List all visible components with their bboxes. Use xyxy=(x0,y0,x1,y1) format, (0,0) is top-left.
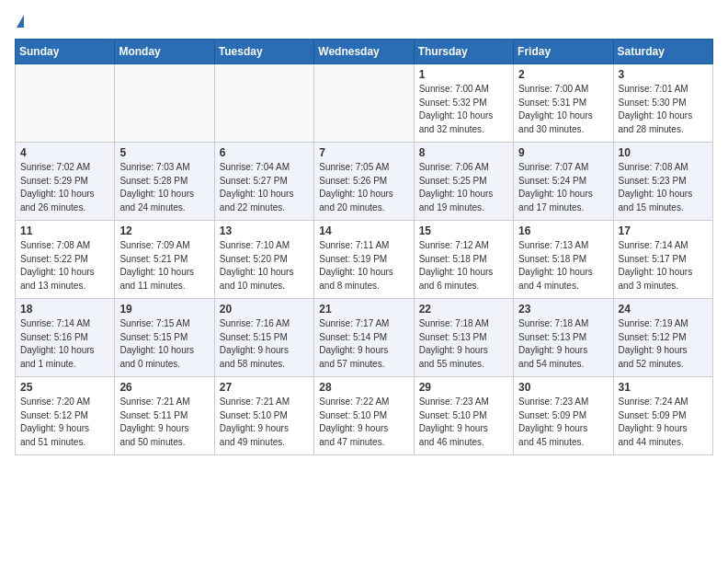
day-info: Sunrise: 7:23 AM Sunset: 5:09 PM Dayligh… xyxy=(518,396,608,449)
calendar-cell: 6Sunrise: 7:04 AM Sunset: 5:27 PM Daylig… xyxy=(214,143,313,221)
calendar-cell: 14Sunrise: 7:11 AM Sunset: 5:19 PM Dayli… xyxy=(314,221,414,299)
day-number: 27 xyxy=(220,381,309,394)
page-container: SundayMondayTuesdayWednesdayThursdayFrid… xyxy=(0,0,728,465)
day-number: 28 xyxy=(319,381,408,394)
logo-triangle-icon xyxy=(17,15,24,28)
day-number: 26 xyxy=(119,381,209,394)
day-number: 17 xyxy=(619,224,708,237)
calendar-week-row: 11Sunrise: 7:08 AM Sunset: 5:22 PM Dayli… xyxy=(16,221,713,299)
day-info: Sunrise: 7:16 AM Sunset: 5:15 PM Dayligh… xyxy=(220,317,309,371)
day-number: 5 xyxy=(119,146,209,159)
calendar-cell: 5Sunrise: 7:03 AM Sunset: 5:28 PM Daylig… xyxy=(115,143,214,221)
day-number: 9 xyxy=(518,146,608,159)
day-info: Sunrise: 7:08 AM Sunset: 5:22 PM Dayligh… xyxy=(20,239,109,293)
calendar-cell: 20Sunrise: 7:16 AM Sunset: 5:15 PM Dayli… xyxy=(214,299,313,377)
day-number: 10 xyxy=(619,146,708,159)
calendar-week-row: 1Sunrise: 7:00 AM Sunset: 5:32 PM Daylig… xyxy=(16,64,713,143)
day-number: 29 xyxy=(419,381,508,394)
day-info: Sunrise: 7:03 AM Sunset: 5:28 PM Dayligh… xyxy=(119,161,209,214)
day-info: Sunrise: 7:24 AM Sunset: 5:09 PM Dayligh… xyxy=(619,396,708,449)
calendar-cell: 16Sunrise: 7:13 AM Sunset: 5:18 PM Dayli… xyxy=(514,221,613,299)
calendar-cell: 25Sunrise: 7:20 AM Sunset: 5:12 PM Dayli… xyxy=(16,377,115,455)
day-number: 18 xyxy=(20,303,109,316)
day-number: 31 xyxy=(619,381,708,394)
day-info: Sunrise: 7:00 AM Sunset: 5:31 PM Dayligh… xyxy=(518,83,608,136)
day-number: 3 xyxy=(619,68,708,81)
calendar-cell: 26Sunrise: 7:21 AM Sunset: 5:11 PM Dayli… xyxy=(115,377,214,455)
calendar-cell: 28Sunrise: 7:22 AM Sunset: 5:10 PM Dayli… xyxy=(314,377,414,455)
day-info: Sunrise: 7:07 AM Sunset: 5:24 PM Dayligh… xyxy=(518,161,608,214)
day-info: Sunrise: 7:13 AM Sunset: 5:18 PM Dayligh… xyxy=(518,239,608,293)
calendar-cell: 12Sunrise: 7:09 AM Sunset: 5:21 PM Dayli… xyxy=(115,221,214,299)
header-cell-monday: Monday xyxy=(115,40,214,64)
header xyxy=(15,15,713,29)
day-info: Sunrise: 7:09 AM Sunset: 5:21 PM Dayligh… xyxy=(119,239,209,293)
calendar-cell xyxy=(115,64,214,143)
calendar-cell: 4Sunrise: 7:02 AM Sunset: 5:29 PM Daylig… xyxy=(16,143,115,221)
calendar-week-row: 25Sunrise: 7:20 AM Sunset: 5:12 PM Dayli… xyxy=(16,377,713,455)
calendar-cell: 27Sunrise: 7:21 AM Sunset: 5:10 PM Dayli… xyxy=(214,377,313,455)
day-number: 30 xyxy=(518,381,608,394)
day-info: Sunrise: 7:04 AM Sunset: 5:27 PM Dayligh… xyxy=(220,161,309,214)
day-info: Sunrise: 7:20 AM Sunset: 5:12 PM Dayligh… xyxy=(20,396,109,449)
calendar-cell: 15Sunrise: 7:12 AM Sunset: 5:18 PM Dayli… xyxy=(414,221,513,299)
day-info: Sunrise: 7:14 AM Sunset: 5:17 PM Dayligh… xyxy=(619,239,708,293)
calendar-cell: 23Sunrise: 7:18 AM Sunset: 5:13 PM Dayli… xyxy=(514,299,613,377)
header-cell-saturday: Saturday xyxy=(613,40,712,64)
day-number: 7 xyxy=(319,146,408,159)
day-number: 25 xyxy=(20,381,109,394)
day-number: 15 xyxy=(419,224,508,237)
calendar-cell xyxy=(314,64,414,143)
header-cell-sunday: Sunday xyxy=(16,40,115,64)
header-cell-tuesday: Tuesday xyxy=(214,40,313,64)
calendar-cell: 17Sunrise: 7:14 AM Sunset: 5:17 PM Dayli… xyxy=(613,221,712,299)
day-number: 8 xyxy=(419,146,508,159)
day-info: Sunrise: 7:17 AM Sunset: 5:14 PM Dayligh… xyxy=(319,317,408,371)
calendar-cell: 18Sunrise: 7:14 AM Sunset: 5:16 PM Dayli… xyxy=(16,299,115,377)
day-number: 22 xyxy=(419,303,508,316)
header-cell-friday: Friday xyxy=(514,40,613,64)
day-number: 20 xyxy=(220,303,309,316)
calendar-cell: 3Sunrise: 7:01 AM Sunset: 5:30 PM Daylig… xyxy=(613,64,712,143)
day-number: 11 xyxy=(20,224,109,237)
calendar-week-row: 4Sunrise: 7:02 AM Sunset: 5:29 PM Daylig… xyxy=(16,143,713,221)
day-info: Sunrise: 7:15 AM Sunset: 5:15 PM Dayligh… xyxy=(119,317,209,371)
day-info: Sunrise: 7:10 AM Sunset: 5:20 PM Dayligh… xyxy=(220,239,309,293)
day-info: Sunrise: 7:00 AM Sunset: 5:32 PM Dayligh… xyxy=(419,83,508,136)
day-number: 6 xyxy=(220,146,309,159)
day-number: 2 xyxy=(518,68,608,81)
day-info: Sunrise: 7:14 AM Sunset: 5:16 PM Dayligh… xyxy=(20,317,109,371)
day-info: Sunrise: 7:11 AM Sunset: 5:19 PM Dayligh… xyxy=(319,239,408,293)
day-number: 19 xyxy=(119,303,209,316)
header-cell-thursday: Thursday xyxy=(414,40,513,64)
calendar-cell: 31Sunrise: 7:24 AM Sunset: 5:09 PM Dayli… xyxy=(613,377,712,455)
logo xyxy=(15,15,24,29)
calendar-cell: 11Sunrise: 7:08 AM Sunset: 5:22 PM Dayli… xyxy=(16,221,115,299)
calendar-cell: 29Sunrise: 7:23 AM Sunset: 5:10 PM Dayli… xyxy=(414,377,513,455)
calendar-cell: 9Sunrise: 7:07 AM Sunset: 5:24 PM Daylig… xyxy=(514,143,613,221)
day-number: 14 xyxy=(319,224,408,237)
calendar-cell: 22Sunrise: 7:18 AM Sunset: 5:13 PM Dayli… xyxy=(414,299,513,377)
day-info: Sunrise: 7:06 AM Sunset: 5:25 PM Dayligh… xyxy=(419,161,508,214)
calendar-cell: 1Sunrise: 7:00 AM Sunset: 5:32 PM Daylig… xyxy=(414,64,513,143)
calendar-table: SundayMondayTuesdayWednesdayThursdayFrid… xyxy=(15,39,713,455)
day-info: Sunrise: 7:21 AM Sunset: 5:11 PM Dayligh… xyxy=(119,396,209,449)
calendar-cell: 24Sunrise: 7:19 AM Sunset: 5:12 PM Dayli… xyxy=(613,299,712,377)
day-info: Sunrise: 7:18 AM Sunset: 5:13 PM Dayligh… xyxy=(518,317,608,371)
day-info: Sunrise: 7:22 AM Sunset: 5:10 PM Dayligh… xyxy=(319,396,408,449)
calendar-cell: 21Sunrise: 7:17 AM Sunset: 5:14 PM Dayli… xyxy=(314,299,414,377)
day-number: 4 xyxy=(20,146,109,159)
header-row: SundayMondayTuesdayWednesdayThursdayFrid… xyxy=(16,40,713,64)
calendar-cell xyxy=(16,64,115,143)
calendar-cell: 30Sunrise: 7:23 AM Sunset: 5:09 PM Dayli… xyxy=(514,377,613,455)
day-number: 13 xyxy=(220,224,309,237)
calendar-week-row: 18Sunrise: 7:14 AM Sunset: 5:16 PM Dayli… xyxy=(16,299,713,377)
day-info: Sunrise: 7:12 AM Sunset: 5:18 PM Dayligh… xyxy=(419,239,508,293)
day-number: 12 xyxy=(119,224,209,237)
calendar-cell: 13Sunrise: 7:10 AM Sunset: 5:20 PM Dayli… xyxy=(214,221,313,299)
day-number: 24 xyxy=(619,303,708,316)
day-info: Sunrise: 7:18 AM Sunset: 5:13 PM Dayligh… xyxy=(419,317,508,371)
day-info: Sunrise: 7:21 AM Sunset: 5:10 PM Dayligh… xyxy=(220,396,309,449)
calendar-cell: 8Sunrise: 7:06 AM Sunset: 5:25 PM Daylig… xyxy=(414,143,513,221)
day-number: 21 xyxy=(319,303,408,316)
